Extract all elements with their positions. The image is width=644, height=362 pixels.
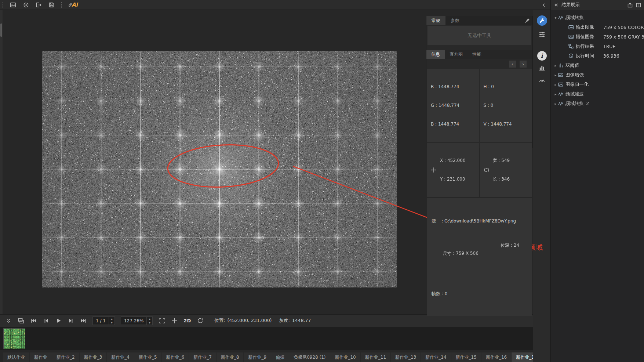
tools-button[interactable]: [536, 15, 548, 26]
image-icon: [568, 25, 574, 30]
export-results-icon[interactable]: [627, 3, 633, 8]
tree-node[interactable]: ▸图像增强: [551, 70, 644, 80]
job-tab-13[interactable]: 新作业_11: [361, 352, 390, 362]
parameters-button[interactable]: [536, 29, 548, 40]
save-icon: [48, 2, 55, 8]
tree-result-row[interactable]: 输出图像759 x 506 COLOR 3: [551, 22, 644, 32]
ai-logo-glyph: ∂: [68, 1, 71, 8]
chevron-down-icon[interactable]: ▾: [553, 16, 558, 20]
chevron-right-icon[interactable]: ▸: [553, 64, 558, 68]
job-tab-15[interactable]: 新作业_14: [421, 352, 451, 362]
job-tab-4[interactable]: 新作业_4: [107, 352, 134, 362]
tree-node-value: 759 x 506 GRAY 32: [603, 34, 644, 40]
next-page-button[interactable]: ›: [520, 61, 527, 68]
job-tab-0[interactable]: 默认作业: [3, 352, 29, 362]
export-icon: [36, 2, 42, 8]
chevron-right-icon[interactable]: ▸: [553, 102, 558, 106]
roi-cell: 宽 : 549 长 : 346: [480, 143, 532, 197]
tab-histogram[interactable]: 直方图: [445, 50, 467, 59]
job-tab-10[interactable]: 偏振: [271, 352, 289, 362]
frame-value: 1 / 1: [93, 318, 109, 323]
step-back-icon: [43, 318, 49, 324]
prev-frame-button[interactable]: [43, 318, 49, 324]
open-image-button[interactable]: [9, 1, 17, 8]
job-tab-7[interactable]: 新作业_7: [189, 352, 216, 362]
zoom-spin-arrows[interactable]: ▲▼: [146, 317, 152, 325]
loop-icon: [197, 318, 203, 324]
save-button[interactable]: [48, 1, 55, 8]
histogram-button[interactable]: [536, 62, 548, 73]
flow-icon: [568, 44, 574, 49]
job-tab-3[interactable]: 新作业_3: [80, 352, 107, 362]
performance-button[interactable]: [536, 75, 548, 86]
job-tab-9[interactable]: 新作业_9: [244, 352, 271, 362]
thumbnail[interactable]: [3, 328, 25, 349]
tree-node[interactable]: ▸图像归一化: [551, 80, 644, 89]
collapse-toolbar-button[interactable]: [5, 318, 12, 324]
cursor-x: X : 452.000: [440, 158, 466, 164]
dimension-icon: [484, 167, 490, 173]
bit-depth: 位深 : 24: [501, 241, 519, 249]
pixel-b: B : 1448.774: [431, 121, 476, 127]
fft-image[interactable]: [42, 51, 397, 287]
tree-node[interactable]: ▸频域转换_2: [551, 99, 644, 108]
toolbar-grip[interactable]: [61, 1, 62, 8]
pixel-g: G : 1448.774: [431, 102, 476, 109]
move-icon: [431, 167, 437, 173]
tree-result-row[interactable]: 执行结果TRUE: [551, 41, 644, 51]
zoom-spinbox[interactable]: 127.26% ▲▼: [121, 316, 153, 325]
play-button[interactable]: [55, 318, 62, 324]
view-mode-button[interactable]: 2D: [183, 318, 191, 323]
tree-node[interactable]: ▸频域滤波: [551, 89, 644, 99]
prev-page-button[interactable]: ‹: [509, 61, 516, 68]
tree-node[interactable]: ▸双阈值: [551, 61, 644, 70]
fullscreen-icon: [159, 318, 165, 324]
job-tab-1[interactable]: 新作业: [30, 352, 52, 362]
next-frame-button[interactable]: [68, 318, 74, 324]
settings-button[interactable]: [22, 1, 29, 8]
first-frame-button[interactable]: [30, 318, 37, 324]
compare-images-button[interactable]: [18, 318, 24, 324]
job-tab-11[interactable]: 负极尾0928 (1): [289, 352, 330, 362]
collapse-right-icon[interactable]: [540, 1, 547, 9]
job-tab-17[interactable]: 新作业_16: [481, 352, 511, 362]
tab-info[interactable]: 信息: [426, 50, 445, 59]
collapse-panel-icon[interactable]: [554, 3, 559, 7]
chevron-right-icon[interactable]: ▸: [553, 83, 558, 87]
chevron-right-icon[interactable]: ▸: [553, 92, 558, 96]
left-panel-grip[interactable]: [0, 23, 2, 37]
no-tool-message: 无选中工具: [427, 26, 531, 45]
frame-spin-arrows[interactable]: ▲▼: [109, 317, 114, 325]
double-chevron-down-icon: [6, 318, 11, 323]
side-icon-strip: i: [533, 10, 550, 362]
filmstrip: [0, 327, 533, 350]
layout-panel-icon[interactable]: [636, 3, 641, 8]
toolbar-grip[interactable]: [2, 1, 4, 8]
tree-result-row[interactable]: 幅值图像759 x 506 GRAY 32: [551, 32, 644, 41]
job-tab-8[interactable]: 新作业_8: [217, 352, 244, 362]
job-tab-list: 默认作业新作业新作业_2新作业_3新作业_4新作业_5新作业_6新作业_7新作业…: [3, 352, 553, 362]
tab-performance[interactable]: 性能: [467, 50, 486, 59]
export-button[interactable]: [35, 1, 42, 8]
top-toolbar: ∂ AI: [0, 0, 550, 10]
job-tab-16[interactable]: 新作业_15: [451, 352, 481, 362]
position-label: 位置:: [214, 318, 225, 324]
center-view-button[interactable]: [171, 318, 178, 324]
frame-spinbox[interactable]: 1 / 1 ▲▼: [92, 316, 115, 325]
job-tab-5[interactable]: 新作业_5: [134, 352, 161, 362]
chevron-right-icon[interactable]: ▸: [553, 73, 558, 77]
job-tab-6[interactable]: 新作业_6: [162, 352, 189, 362]
tree-node-root[interactable]: ▾频域转换: [551, 13, 644, 22]
job-tab-2[interactable]: 新作业_2: [52, 352, 79, 362]
roi-height: 长 : 346: [493, 176, 510, 182]
last-frame-button[interactable]: [80, 318, 87, 324]
info-button[interactable]: i: [536, 50, 548, 62]
job-tab-14[interactable]: 新作业_13: [391, 352, 421, 362]
refresh-button[interactable]: [197, 318, 203, 324]
fit-view-button[interactable]: [159, 318, 165, 324]
tab-general[interactable]: 常规: [426, 16, 445, 25]
tree-result-row[interactable]: 执行时间36.936: [551, 51, 644, 61]
job-tab-12[interactable]: 新作业_10: [330, 352, 360, 362]
pin-button[interactable]: [524, 18, 530, 23]
tab-params[interactable]: 参数: [445, 16, 465, 25]
